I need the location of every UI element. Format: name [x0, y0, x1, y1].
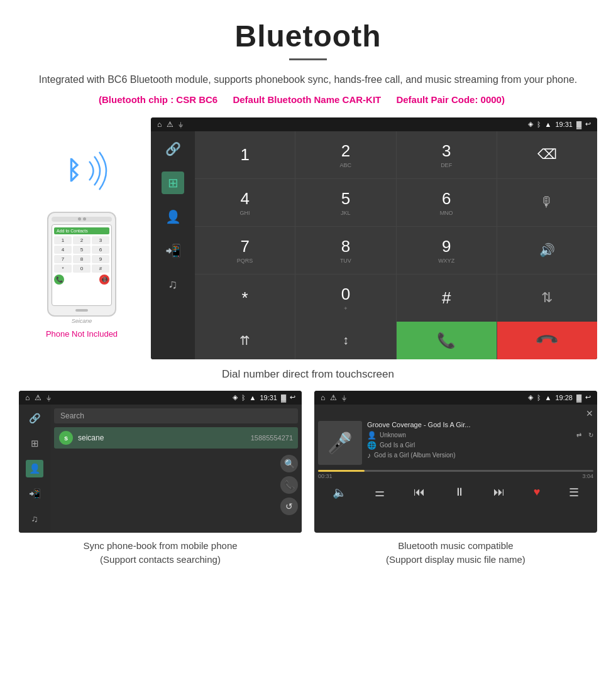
dial-main: 1 2 ABC 3 DEF ⌫ 4 — [195, 131, 597, 359]
music-info: Groove Coverage - God Is A Gir... 👤 Unkn… — [367, 421, 593, 465]
phone-key-3: 3 — [92, 236, 109, 244]
dial-key-mute[interactable]: 🎙 — [497, 179, 597, 226]
music-usb-icon: ⏚ — [342, 393, 346, 402]
pb-contact-icon[interactable]: 👤 — [26, 460, 43, 477]
pb-main: Search s seicane 15885554271 🔍 📞 ↺ — [50, 405, 302, 533]
volume-control-btn[interactable]: 🔈 — [333, 486, 346, 499]
pb-home-icon: ⌂ — [25, 393, 30, 402]
signal-arc-2 — [94, 156, 100, 185]
dial-key-star[interactable]: * — [195, 275, 295, 322]
dial-key-backspace[interactable]: ⌫ — [497, 131, 597, 178]
music-status-bar: ⌂ ⚠ ⏚ ◈ ᛒ ▲ 19:28 ▓ ↩ — [314, 391, 597, 405]
battery-icon: ▓ — [576, 121, 581, 128]
page-header: Bluetooth Integrated with BC6 Bluetooth … — [0, 0, 616, 111]
pb-callforward-icon[interactable]: 📲 — [26, 485, 43, 503]
dial-key-volume[interactable]: 🔊 — [497, 227, 597, 274]
dial-caption: Dial number direct from touchscreen — [0, 359, 616, 384]
spec-name: Default Bluetooth Name CAR-KIT — [233, 94, 381, 105]
pb-location-icon: ◈ — [233, 393, 238, 401]
pb-clock: 19:31 — [260, 394, 277, 401]
phone-screen-header: Add to Contacts — [54, 227, 109, 234]
bluetooth-symbol-text: ᛒ — [66, 156, 81, 184]
phone-key-5: 5 — [73, 246, 91, 254]
music-album: God Is a Girl — [380, 442, 415, 449]
track-icon: ♪ — [367, 451, 371, 460]
pb-refresh-btn[interactable]: ↺ — [280, 498, 298, 515]
phone-key-2: 2 — [73, 236, 91, 244]
dial-key-6[interactable]: 6 MNO — [397, 179, 497, 226]
dial-key-0[interactable]: 0 + — [295, 275, 395, 322]
bluetooth-specs: (Bluetooth chip : CSR BC6 Default Blueto… — [25, 94, 591, 105]
dial-action-hold[interactable]: ↕ — [295, 322, 395, 359]
progress-times: 00:31 3:04 — [318, 473, 593, 479]
dial-key-8[interactable]: 8 TUV — [295, 227, 395, 274]
pb-sidebar: 🔗 ⊞ 👤 📲 ♫ — [19, 405, 50, 533]
dial-key-4[interactable]: 4 GHI — [195, 179, 295, 226]
dial-status-bar: ⌂ ⚠ ⏚ ◈ ᛒ ▲ 19:31 ▓ ↩ — [151, 117, 597, 131]
status-bar-right: ◈ ᛒ ▲ 19:31 ▓ ↩ — [528, 120, 591, 128]
phone-keypad: 1 2 3 4 5 6 7 8 9 * 0 # — [54, 236, 109, 273]
bluetooth-icon-area: ᛒ — [50, 149, 113, 199]
pb-dialpad-icon[interactable]: ⊞ — [26, 435, 43, 452]
sidebar-link-icon[interactable]: 🔗 — [162, 138, 184, 160]
dial-key-1[interactable]: 1 — [195, 131, 295, 178]
dial-key-9[interactable]: 9 WXYZ — [397, 227, 497, 274]
dial-key-swap[interactable]: ⇅ — [497, 275, 597, 322]
pb-music-icon[interactable]: ♫ — [26, 510, 43, 528]
music-caption: Bluetooth music compatible (Support disp… — [314, 539, 597, 567]
music-repeat-icon: ↻ — [588, 432, 593, 438]
phone-key-0: 0 — [73, 264, 91, 273]
main-section: ᛒ Add to Contacts 1 2 3 4 5 — [0, 117, 616, 359]
play-pause-btn[interactable]: ⏸ — [454, 486, 465, 499]
location-icon: ◈ — [528, 120, 533, 128]
pb-contact-name: seicane — [78, 433, 246, 442]
dial-key-hash[interactable]: # — [397, 275, 497, 322]
music-battery-icon: ▓ — [576, 394, 581, 401]
phone-bottom-row: 📞 📵 — [54, 275, 109, 285]
usb-icon: ⏚ — [179, 120, 183, 129]
seicane-watermark: Seicane — [72, 318, 92, 324]
sidebar-dialpad-icon[interactable]: ⊞ — [162, 172, 184, 194]
dial-action-call[interactable]: 📞 — [397, 322, 497, 359]
music-clock: 19:28 — [555, 394, 573, 401]
phone-key-hash: # — [92, 264, 109, 273]
dial-body: 🔗 ⊞ 👤 📲 ♫ 1 2 ABC 3 — [151, 131, 597, 359]
music-header-row: ✕ — [318, 408, 593, 418]
playlist-btn[interactable]: ☰ — [569, 486, 579, 499]
pb-link-icon[interactable]: 🔗 — [26, 410, 43, 427]
dial-key-5[interactable]: 5 JKL — [295, 179, 395, 226]
music-shuffle-icon: ⇄ — [576, 432, 581, 438]
pb-status-left: ⌂ ⚠ ⏚ — [25, 393, 51, 402]
music-frame: ⌂ ⚠ ⏚ ◈ ᛒ ▲ 19:28 ▓ ↩ ✕ — [314, 391, 597, 533]
sidebar-music-icon[interactable]: ♫ — [162, 273, 184, 296]
sidebar-contact-icon[interactable]: 👤 — [162, 205, 184, 228]
phone-speaker — [78, 217, 81, 220]
pb-battery-icon: ▓ — [281, 394, 286, 401]
pb-search-btn[interactable]: 🔍 — [280, 455, 298, 472]
equalizer-btn[interactable]: ⚌ — [375, 486, 385, 499]
dial-key-7[interactable]: 7 PQRS — [195, 227, 295, 274]
dialpad-grid: 1 2 ABC 3 DEF ⌫ 4 — [195, 131, 597, 322]
pb-search-field[interactable]: Search — [54, 408, 298, 423]
back-icon: ↩ — [585, 120, 591, 128]
music-wifi-icon: ▲ — [545, 394, 552, 401]
dial-action-end[interactable]: 📞 — [497, 322, 597, 359]
dial-key-2[interactable]: 2 ABC — [295, 131, 395, 178]
phonebook-section: ⌂ ⚠ ⏚ ◈ ᛒ ▲ 19:31 ▓ ↩ 🔗 ⊞ 👤 — [19, 391, 302, 567]
music-close-btn[interactable]: ✕ — [586, 408, 593, 418]
phone-screen: Add to Contacts 1 2 3 4 5 6 7 8 9 * 0 # … — [52, 224, 112, 306]
pb-usb-icon: ⏚ — [47, 393, 51, 402]
dial-key-3[interactable]: 3 DEF — [397, 131, 497, 178]
dial-action-merge[interactable]: ⇈ — [195, 322, 295, 359]
sidebar-callforward-icon[interactable]: 📲 — [162, 239, 184, 262]
pb-back-icon: ↩ — [290, 393, 295, 401]
spec-chip: (Bluetooth chip : CSR BC6 — [99, 94, 217, 105]
phone-not-included: Phone Not Included — [46, 329, 118, 339]
next-btn[interactable]: ⏭ — [493, 486, 505, 499]
prev-btn[interactable]: ⏮ — [414, 486, 425, 499]
dial-action-row: ⇈ ↕ 📞 📞 — [195, 322, 597, 359]
pb-call-btn[interactable]: 📞 — [280, 476, 298, 494]
heart-btn[interactable]: ♥ — [534, 486, 541, 499]
music-main-content: 🎤 Groove Coverage - God Is A Gir... 👤 Un… — [318, 421, 593, 465]
status-bar-left: ⌂ ⚠ ⏚ — [157, 120, 183, 129]
